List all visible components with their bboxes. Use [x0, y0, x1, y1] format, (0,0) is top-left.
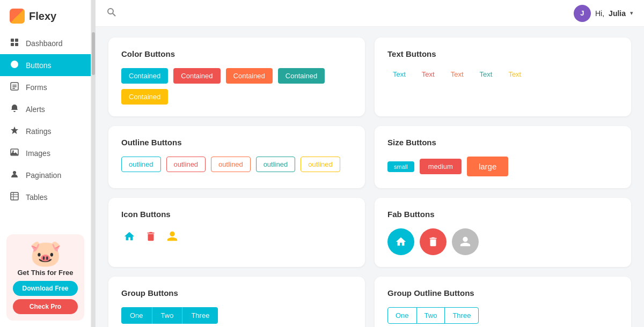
- sidebar-item-images[interactable]: Images: [0, 142, 91, 164]
- text-teal-button[interactable]: Text: [474, 68, 498, 80]
- sidebar-item-pagination[interactable]: Pagination: [0, 164, 91, 186]
- sidebar-item-label: Forms: [26, 83, 47, 92]
- sidebar-item-ratings[interactable]: Ratings: [0, 120, 91, 142]
- text-buttons-card: Text Buttons Text Text Text Text Text: [375, 38, 631, 116]
- promo-pig-icon: 🐷: [13, 241, 78, 266]
- group-buttons-row: One Two Three: [121, 307, 352, 324]
- person-icon-button[interactable]: [164, 228, 180, 244]
- group-outline-buttons-row: One Two Three: [387, 307, 618, 324]
- svg-rect-2: [11, 43, 14, 46]
- promo-title: Get This for Free: [13, 269, 78, 277]
- text-salmon-button[interactable]: Text: [445, 68, 469, 80]
- sidebar-item-label: Ratings: [26, 127, 51, 136]
- outline-buttons-row: outlined outlined outlined outlined outl…: [121, 157, 352, 172]
- svg-rect-1: [15, 39, 18, 42]
- svg-point-12: [13, 171, 16, 174]
- bell-icon: [10, 104, 19, 114]
- outline-salmon-button[interactable]: outlined: [211, 157, 251, 172]
- fab-buttons-row: [387, 228, 618, 255]
- svg-marker-9: [11, 127, 18, 134]
- home-icon-button[interactable]: [121, 228, 137, 244]
- star-icon: [10, 126, 19, 136]
- fab-buttons-title: Fab Buttons: [387, 210, 618, 219]
- medium-button[interactable]: medium: [420, 159, 462, 174]
- fab-home-button[interactable]: [387, 228, 414, 255]
- main-content: J Hi, Julia ▾ Color Buttons Contained Co…: [96, 0, 644, 327]
- contained-amber-button[interactable]: Contained: [121, 89, 168, 105]
- group-outline-three-button[interactable]: Three: [445, 308, 478, 323]
- outline-buttons-card: Outline Buttons outlined outlined outlin…: [108, 126, 365, 188]
- user-area: J Hi, Julia ▾: [574, 5, 633, 22]
- group-outline-buttons-card: Group Outline Buttons One Two Three: [375, 277, 631, 327]
- outline-cyan-button[interactable]: outlined: [121, 157, 161, 172]
- text-cyan-button[interactable]: Text: [387, 68, 411, 80]
- text-buttons-title: Text Buttons: [387, 49, 618, 58]
- fab-buttons-card: Fab Buttons: [375, 198, 631, 267]
- scrollbar[interactable]: [91, 0, 96, 327]
- svg-rect-3: [15, 43, 18, 46]
- chevron-down-icon[interactable]: ▾: [630, 10, 633, 17]
- user-greeting: Hi,: [595, 9, 604, 18]
- sidebar-item-buttons[interactable]: Buttons: [0, 54, 91, 76]
- group-outline-buttons-title: Group Outline Buttons: [387, 288, 618, 298]
- group-outline-button-set: One Two Three: [387, 307, 479, 324]
- fab-person-button[interactable]: [452, 228, 479, 255]
- icon-buttons-card: Icon Buttons: [108, 198, 365, 267]
- sidebar-item-label: Pagination: [26, 171, 61, 180]
- outline-teal-button[interactable]: outlined: [256, 157, 296, 172]
- size-buttons-title: Size Buttons: [387, 138, 618, 147]
- promo-box: 🐷 Get This for Free Download Free Check …: [6, 234, 84, 321]
- user-name: Julia: [609, 9, 626, 18]
- color-buttons-title: Color Buttons: [121, 49, 352, 58]
- sidebar-item-tables[interactable]: Tables: [0, 186, 91, 208]
- svg-point-11: [12, 151, 14, 152]
- text-red-button[interactable]: Text: [416, 68, 440, 80]
- scrollbar-thumb: [92, 32, 95, 75]
- icon-buttons-title: Icon Buttons: [121, 210, 352, 219]
- sidebar-item-dashboard[interactable]: Dashbaord: [0, 32, 91, 54]
- large-button[interactable]: large: [467, 157, 508, 176]
- contained-cyan-button[interactable]: Contained: [121, 68, 168, 84]
- outline-amber-button[interactable]: outlined: [301, 157, 340, 172]
- app-name: Flexy: [29, 10, 56, 23]
- contained-teal-button[interactable]: Contained: [278, 68, 325, 84]
- svg-line-18: [113, 13, 115, 16]
- contained-red-button[interactable]: Contained: [173, 68, 220, 84]
- form-icon: [10, 82, 19, 92]
- contained-salmon-button[interactable]: Contained: [226, 68, 273, 84]
- svg-point-4: [11, 61, 18, 68]
- text-amber-button[interactable]: Text: [503, 68, 526, 80]
- sidebar-item-label: Images: [26, 149, 50, 158]
- download-free-button[interactable]: Download Free: [13, 281, 78, 296]
- icon-buttons-row: [121, 228, 352, 244]
- content-grid: Color Buttons Contained Contained Contai…: [96, 27, 644, 327]
- group-three-button[interactable]: Three: [182, 307, 218, 324]
- fab-delete-button[interactable]: [420, 228, 447, 255]
- small-button[interactable]: small: [387, 161, 414, 172]
- svg-rect-0: [11, 39, 14, 42]
- group-outline-two-button[interactable]: Two: [417, 308, 445, 323]
- outline-red-button[interactable]: outlined: [166, 157, 206, 172]
- grid-icon: [10, 38, 19, 48]
- sidebar-item-forms[interactable]: Forms: [0, 76, 91, 98]
- circle-icon: [10, 60, 19, 70]
- delete-icon-button[interactable]: [143, 228, 159, 244]
- sidebar-item-label: Dashbaord: [26, 39, 63, 48]
- search-icon[interactable]: [106, 7, 116, 19]
- svg-point-17: [108, 9, 113, 14]
- outline-buttons-title: Outline Buttons: [121, 138, 352, 147]
- group-one-button[interactable]: One: [121, 307, 152, 324]
- sidebar: Flexy Dashbaord Buttons Forms Alerts: [0, 0, 91, 327]
- sidebar-item-alerts[interactable]: Alerts: [0, 98, 91, 120]
- table-icon: [10, 192, 19, 202]
- logo-icon: [10, 9, 25, 24]
- svg-rect-6: [12, 85, 17, 86]
- check-pro-button[interactable]: Check Pro: [13, 299, 78, 314]
- svg-rect-8: [12, 88, 15, 89]
- group-buttons-card: Group Buttons One Two Three: [108, 277, 365, 327]
- topbar: J Hi, Julia ▾: [96, 0, 644, 27]
- group-two-button[interactable]: Two: [152, 307, 183, 324]
- group-button-set: One Two Three: [121, 307, 218, 324]
- text-buttons-row: Text Text Text Text Text: [387, 68, 618, 80]
- group-outline-one-button[interactable]: One: [388, 308, 417, 323]
